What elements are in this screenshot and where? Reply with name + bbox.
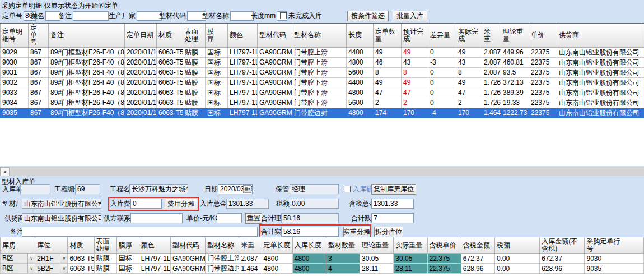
- table-cell[interactable]: -3: [428, 57, 456, 67]
- table-cell[interactable]: 9033: [1, 88, 29, 98]
- table-cell[interactable]: 贴膜: [183, 88, 206, 98]
- table-cell[interactable]: [641, 108, 644, 118]
- profile-name-input[interactable]: [230, 11, 254, 21]
- table-cell[interactable]: 49: [374, 47, 402, 57]
- table-cell[interactable]: 2.087: [482, 47, 501, 57]
- table-row[interactable]: 903086789#门框型材F26-F40（866+867）2020/01/13…: [1, 57, 644, 67]
- table-cell[interactable]: 门带腔下滑: [292, 88, 347, 98]
- column-header[interactable]: 入库长度: [292, 237, 326, 254]
- table-cell[interactable]: 49: [402, 47, 428, 57]
- column-header[interactable]: 库房: [1, 237, 35, 254]
- quantity-total-field[interactable]: 7: [371, 213, 414, 223]
- unfinished-checkbox[interactable]: [280, 12, 287, 19]
- table-cell[interactable]: 4800: [262, 264, 292, 274]
- column-header[interactable]: 单价: [529, 24, 557, 47]
- unit-price-field[interactable]: [217, 213, 242, 223]
- table-cell[interactable]: 门带腔上滑: [292, 47, 347, 57]
- column-header[interactable]: 材质: [157, 24, 183, 47]
- table-cell[interactable]: 国标: [116, 254, 139, 264]
- table-cell[interactable]: GA90GRM05: [258, 108, 292, 118]
- column-header[interactable]: 预计完 成: [402, 24, 428, 47]
- date-picker-dropdown-icon[interactable]: ▦▾: [243, 185, 251, 193]
- table-cell[interactable]: 89#门框型材F26-F40（866+867）: [49, 108, 125, 118]
- column-header[interactable]: 米 重: [482, 24, 501, 47]
- table-cell[interactable]: [641, 47, 644, 57]
- table-cell[interactable]: GA90GRM03: [258, 67, 292, 77]
- column-header[interactable]: 含税金额: [461, 237, 494, 254]
- contact-field[interactable]: [130, 213, 183, 223]
- table-row[interactable]: 903486789#门框型材F26-F40（866+867）2020/01/13…: [1, 98, 644, 108]
- column-header[interactable]: 颜色: [228, 24, 258, 47]
- factory-field[interactable]: 山东南山铝业股份有限公司: [22, 199, 101, 209]
- table-row[interactable]: 903286789#门框型材F26-F40（866+867）2020/01/13…: [1, 77, 644, 88]
- table-cell[interactable]: 4800: [347, 88, 374, 98]
- table-cell[interactable]: 4: [326, 264, 360, 274]
- table-cell[interactable]: 6063-T5: [157, 67, 183, 77]
- table-cell[interactable]: 山东南山铝业股份有限公司: [557, 88, 641, 98]
- table-cell[interactable]: 22.375: [427, 254, 461, 264]
- table-cell[interactable]: 22375: [529, 98, 557, 108]
- table-cell[interactable]: 22375: [529, 67, 557, 77]
- table-cell[interactable]: LH797-1LL0: [139, 264, 170, 274]
- column-header[interactable]: 米重: [239, 237, 262, 254]
- table-cell[interactable]: 1.464: [482, 108, 501, 118]
- fee-field[interactable]: 0: [130, 199, 162, 209]
- table-cell[interactable]: 28.11: [394, 264, 427, 274]
- table-cell[interactable]: 贴膜: [94, 264, 116, 274]
- table-cell[interactable]: 9031: [1, 67, 29, 77]
- table-cell[interactable]: 门带腔下滑: [292, 98, 347, 108]
- table-cell[interactable]: 9034: [1, 98, 29, 108]
- column-header[interactable]: 型材名称: [206, 237, 239, 254]
- table-cell[interactable]: 22375: [529, 47, 557, 57]
- table-cell[interactable]: 22375: [529, 77, 557, 88]
- table-cell[interactable]: 国标: [206, 77, 228, 88]
- column-header[interactable]: 型材代码: [258, 24, 292, 47]
- table-cell[interactable]: 5B2F∨: [35, 264, 68, 274]
- table-cell[interactable]: 2.087: [482, 57, 501, 67]
- table-cell[interactable]: LH797-1LL0: [228, 98, 258, 108]
- inbound-no-field[interactable]: [20, 184, 50, 194]
- table-cell[interactable]: 0: [428, 98, 456, 108]
- table-cell[interactable]: 2.087: [239, 254, 262, 264]
- table-cell[interactable]: 49: [456, 47, 482, 57]
- table-cell[interactable]: GA90GRM03: [258, 47, 292, 57]
- table-cell[interactable]: 6063-T5: [68, 254, 94, 264]
- table-cell[interactable]: 山东南山铝业股份有限公司: [557, 47, 641, 57]
- table-row[interactable]: B区∨2R1F∨6063-T5贴膜国标LH797-1LL0GA90GRM03门带…: [1, 254, 644, 264]
- table-cell[interactable]: 46: [374, 57, 402, 67]
- tax-total-field[interactable]: 1301.33: [371, 199, 414, 209]
- table-cell[interactable]: 贴膜: [183, 77, 206, 88]
- table-cell[interactable]: 1.726: [482, 77, 501, 88]
- table-cell[interactable]: 5600: [347, 98, 374, 108]
- table-cell[interactable]: 0.00: [494, 264, 539, 274]
- table-cell[interactable]: 9030: [585, 254, 644, 264]
- table-cell[interactable]: 0: [428, 88, 456, 98]
- table-cell[interactable]: 4800: [292, 264, 326, 274]
- table-cell[interactable]: 9035: [585, 264, 644, 274]
- table-cell[interactable]: [641, 98, 644, 108]
- project-name-field[interactable]: 长沙万科魅力之城4.2期: [129, 184, 188, 194]
- table-cell[interactable]: 门带腔上滑: [206, 254, 239, 264]
- table-cell[interactable]: 贴膜: [183, 47, 206, 57]
- table-cell[interactable]: 2020/01/13: [125, 47, 157, 57]
- table-cell[interactable]: GA90GRM03: [258, 57, 292, 67]
- table-cell[interactable]: [641, 67, 644, 77]
- table-cell[interactable]: 47: [402, 88, 428, 98]
- column-header[interactable]: 采购定单行 号: [585, 237, 644, 254]
- table-cell[interactable]: 8: [402, 67, 428, 77]
- table-cell[interactable]: B区∨: [1, 254, 35, 264]
- table-cell[interactable]: 2: [402, 98, 428, 108]
- column-header[interactable]: 理论重 量: [501, 24, 529, 47]
- table-cell[interactable]: 389.39: [501, 88, 529, 98]
- table-cell[interactable]: 1.464: [239, 264, 262, 274]
- dropdown-chevron-icon[interactable]: ∨: [27, 264, 35, 273]
- table-cell[interactable]: LH797-1LL0: [139, 254, 170, 264]
- note-field[interactable]: [22, 227, 258, 237]
- table-cell[interactable]: 贴膜: [183, 67, 206, 77]
- tax-field[interactable]: 0.00: [290, 199, 339, 209]
- table-row[interactable]: 903386789#门框型材F26-F40（866+867）2020/01/13…: [1, 88, 644, 98]
- column-header[interactable]: [641, 24, 644, 47]
- table-cell[interactable]: 2: [374, 98, 402, 108]
- table-cell[interactable]: 6063-T5: [157, 57, 183, 67]
- project-no-field[interactable]: 69: [75, 184, 100, 194]
